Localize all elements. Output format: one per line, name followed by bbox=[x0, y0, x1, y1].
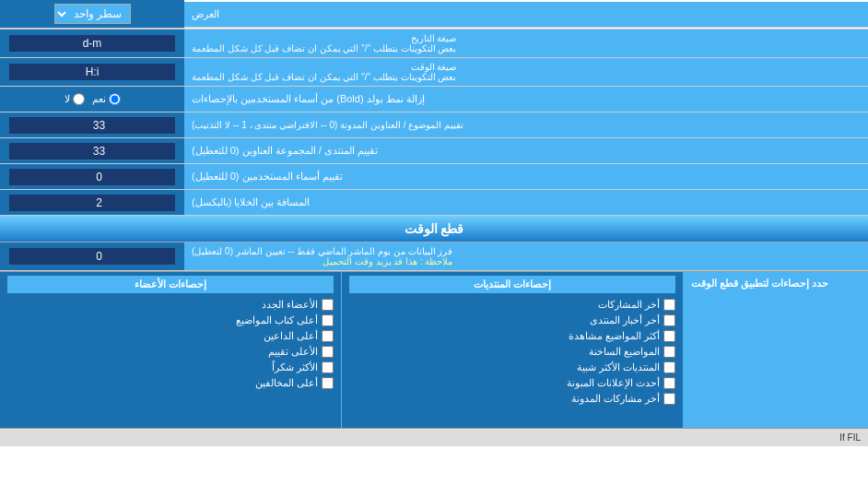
topic-rating-row: تقييم الموضوع / العناوين المدونة (0 -- ا… bbox=[0, 112, 868, 138]
cb-hot-topics: المواضيع الساخنة bbox=[349, 344, 675, 360]
cb-top-writers-check[interactable] bbox=[322, 314, 334, 326]
cb-latest-ads: أحدث الإعلانات المبونة bbox=[349, 375, 675, 391]
display-select[interactable]: سطر واحد سطرين ثلاثة أسطر bbox=[54, 4, 131, 24]
stats-apply-label: حدد إحصاءات لتطبيق قطع الوقت bbox=[684, 272, 868, 428]
cb-most-similar: المنتديات الأكثر شبية bbox=[349, 360, 675, 375]
bold-label: إزالة نمط بولد (Bold) من أسماء المستخدمي… bbox=[184, 87, 868, 112]
cb-top-inviters: أعلى الداعين bbox=[7, 328, 334, 344]
gap-label: المسافة بين الخلايا (بالبكسل) bbox=[184, 190, 868, 215]
time-format-input[interactable] bbox=[9, 64, 175, 80]
forum-rating-row: تقييم المنتدى / المجموعة العناوين (0 للت… bbox=[0, 138, 868, 164]
cb-top-violators: أعلى المخالفين bbox=[7, 375, 334, 391]
date-format-input-cell bbox=[0, 30, 184, 57]
bold-no-radio[interactable] bbox=[73, 93, 85, 105]
display-select-cell: سطر واحد سطرين ثلاثة أسطر bbox=[0, 0, 184, 29]
cb-most-thanked: الأكثر شكراً bbox=[7, 360, 334, 375]
time-section-title: قطع الوقت bbox=[405, 221, 464, 236]
sort-data-input-cell bbox=[0, 243, 184, 270]
cb-last-posts: أخر المشاركات bbox=[349, 297, 675, 313]
bottom-note: If FIL bbox=[0, 428, 868, 446]
time-format-input-cell bbox=[0, 58, 184, 86]
time-section-header-row: قطع الوقت bbox=[0, 216, 868, 243]
gap-input-cell bbox=[0, 190, 184, 215]
members-stats-col: إحصاءات الأعضاء الأعضاء الجدد أعلى كتاب … bbox=[0, 272, 342, 428]
cb-most-viewed: أكثر المواضيع مشاهدة bbox=[349, 328, 675, 344]
main-container: العرض سطر واحد سطرين ثلاثة أسطر صيغة الت… bbox=[0, 0, 868, 446]
display-row: العرض سطر واحد سطرين ثلاثة أسطر bbox=[0, 0, 868, 30]
forum-rating-input-cell bbox=[0, 138, 184, 163]
cb-last-news: أخر أخبار المنتدى bbox=[349, 313, 675, 328]
users-rating-input[interactable] bbox=[9, 169, 175, 185]
sort-data-label: فرز البيانات من يوم الماشر الماضي فقط --… bbox=[184, 243, 868, 270]
cb-top-rated-check[interactable] bbox=[322, 346, 334, 358]
cb-last-news-check[interactable] bbox=[663, 314, 675, 326]
forum-stats-col: إحصاءات المنتديات أخر المشاركات أخر أخبا… bbox=[342, 272, 684, 428]
cb-last-posts-check[interactable] bbox=[663, 299, 675, 311]
time-format-label: صيغة الوقتبعض التكوينات يتطلب "/" التي ي… bbox=[184, 58, 868, 86]
date-format-label: صيغة التاريخبعض التكوينات يتطلب "/" التي… bbox=[184, 30, 868, 57]
time-format-row: صيغة الوقتبعض التكوينات يتطلب "/" التي ي… bbox=[0, 58, 868, 87]
topic-rating-label: تقييم الموضوع / العناوين المدونة (0 -- ا… bbox=[184, 112, 868, 137]
cb-top-inviters-check[interactable] bbox=[322, 330, 334, 342]
date-format-row: صيغة التاريخبعض التكوينات يتطلب "/" التي… bbox=[0, 30, 868, 58]
date-format-input[interactable] bbox=[9, 35, 175, 52]
forum-rating-label: تقييم المنتدى / المجموعة العناوين (0 للت… bbox=[184, 138, 868, 163]
cb-most-viewed-check[interactable] bbox=[663, 330, 675, 342]
cb-top-writers: أعلى كتاب المواضيع bbox=[7, 313, 334, 328]
gap-row: المسافة بين الخلايا (بالبكسل) bbox=[0, 190, 868, 216]
display-label: العرض bbox=[184, 2, 868, 28]
forum-stats-header: إحصاءات المنتديات bbox=[349, 276, 675, 293]
gap-input[interactable] bbox=[9, 195, 175, 211]
members-stats-header: إحصاءات الأعضاء bbox=[7, 276, 334, 293]
topic-rating-input-cell bbox=[0, 112, 184, 137]
bold-yes-label[interactable]: نعم bbox=[92, 93, 121, 105]
cb-top-violators-check[interactable] bbox=[322, 377, 334, 389]
bold-row: إزالة نمط بولد (Bold) من أسماء المستخدمي… bbox=[0, 87, 868, 112]
sort-data-input[interactable] bbox=[9, 248, 175, 265]
cb-last-blog-check[interactable] bbox=[663, 393, 675, 405]
users-rating-input-cell bbox=[0, 164, 184, 189]
cb-most-thanked-check[interactable] bbox=[322, 361, 334, 373]
cb-new-members: الأعضاء الجدد bbox=[7, 297, 334, 313]
cb-latest-ads-check[interactable] bbox=[663, 377, 675, 389]
cb-new-members-check[interactable] bbox=[322, 299, 334, 311]
cb-last-blog: أخر مشاركات المدونة bbox=[349, 391, 675, 407]
users-rating-label: تقييم أسماء المستخدمين (0 للتعطيل) bbox=[184, 164, 868, 189]
cb-top-rated: الأعلى تقييم bbox=[7, 344, 334, 360]
forum-rating-input[interactable] bbox=[9, 143, 175, 160]
users-rating-row: تقييم أسماء المستخدمين (0 للتعطيل) bbox=[0, 164, 868, 190]
bold-no-label[interactable]: لا bbox=[65, 93, 85, 105]
cb-hot-topics-check[interactable] bbox=[663, 346, 675, 358]
bold-yes-radio[interactable] bbox=[109, 93, 121, 105]
sort-data-row: فرز البيانات من يوم الماشر الماضي فقط --… bbox=[0, 243, 868, 271]
checkboxes-area: حدد إحصاءات لتطبيق قطع الوقت إحصاءات الم… bbox=[0, 271, 868, 428]
bold-radio-cell: نعم لا bbox=[0, 87, 184, 112]
topic-rating-input[interactable] bbox=[9, 117, 175, 134]
cb-most-similar-check[interactable] bbox=[663, 361, 675, 373]
